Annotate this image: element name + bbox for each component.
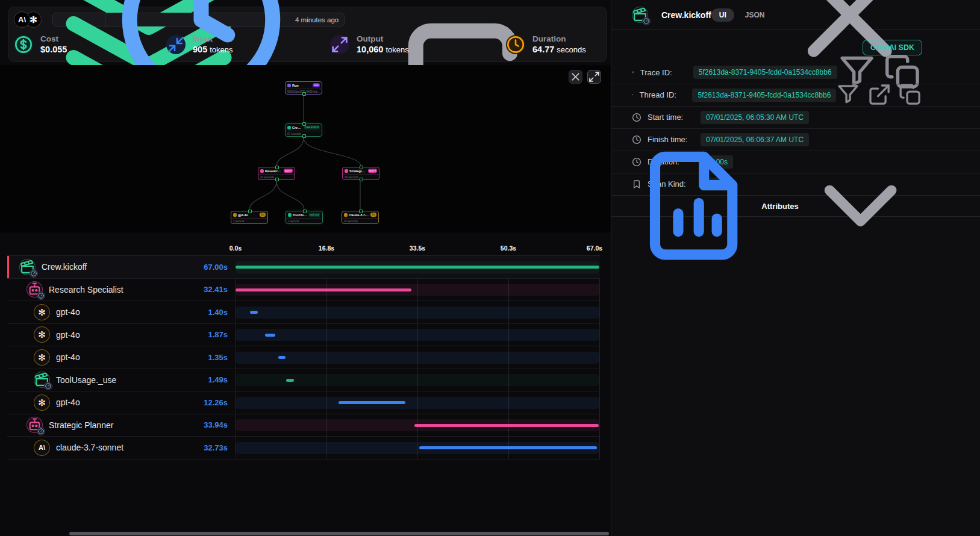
span-bar[interactable] (339, 401, 405, 404)
expand-graph-button[interactable] (587, 70, 601, 84)
openai-icon: ✻ (34, 394, 50, 411)
span-bar[interactable] (236, 288, 411, 291)
node-label: Strategic Planner (349, 169, 367, 173)
trace-graph: Run task 5f2613da-8371-9405-fcdd-0a1534c… (0, 65, 611, 232)
filter-icon[interactable] (836, 83, 860, 107)
crew-icon (19, 259, 36, 275)
anthropic-logo: A\ (14, 11, 30, 28)
node-icon (345, 169, 348, 173)
stat-value: 10,060 (357, 45, 383, 54)
graph-node-research-specialist[interactable]: Research Speciali... agent 32 seconds (258, 167, 295, 180)
time-ago-badge: 4 minutes ago (105, 13, 345, 26)
axis-tick: 0.0s (229, 245, 242, 252)
node-badge: llm (260, 213, 266, 217)
waterfall-row[interactable]: ToolUsage._use1.49s (7, 369, 600, 392)
span-bar[interactable] (278, 356, 286, 359)
tab-json[interactable]: JSON (745, 11, 765, 19)
attributes-section[interactable]: Attributes (611, 195, 980, 217)
span-bar[interactable] (250, 311, 258, 314)
horizontal-scrollbar[interactable] (69, 532, 609, 535)
waterfall-row[interactable]: ✻gpt-4o12.26s (7, 391, 600, 414)
agentops-gauge-icon (37, 291, 45, 300)
arrows-in-icon (166, 35, 186, 54)
graph-node-gpt-4o[interactable]: gpt-4o llm 1 second (231, 211, 268, 224)
stat-label: Input (193, 34, 233, 44)
detail-value-chip[interactable]: 5f2613da-8371-9405-fcdd-0a1534cc8bb6 (693, 66, 837, 79)
node-label: Research Speciali... (265, 169, 282, 173)
span-track (236, 374, 599, 386)
stat-value: 64.77 (532, 45, 554, 54)
trace-header-card: A\ ✻ 5 traces 4 minutes ago 5f26...8bb6 … (8, 7, 607, 62)
stat-input: Input 905 tokens (166, 34, 233, 60)
span-detail-panel: Crew.kickoff UI JSON CrewAI SDK Trace ID… (611, 0, 980, 536)
stat-unit: seconds (557, 45, 585, 54)
span-track (236, 307, 599, 319)
external-link-icon[interactable] (867, 83, 891, 107)
span-track (236, 352, 599, 364)
span-bar[interactable] (286, 379, 294, 382)
span-duration: 1.87s (208, 324, 228, 346)
node-label: Crew.kickoff (292, 126, 302, 129)
close-graph-button[interactable] (569, 70, 582, 84)
agentops-gauge-icon (30, 269, 38, 278)
detail-value-chip[interactable]: 07/01/2025, 06:05:30 AM UTC (701, 111, 809, 124)
node-icon (287, 126, 291, 129)
agentops-gauge-icon (37, 427, 45, 435)
node-icon (287, 84, 291, 87)
clock-icon (632, 135, 641, 145)
node-badge: crew.kickoff (304, 125, 320, 129)
detail-value-chip[interactable]: 5f2613da-8371-9405-fcdd-0a1534cc8bb6 (692, 89, 836, 102)
file-chart-icon (632, 144, 755, 267)
axis-tick: 50.3s (501, 245, 516, 252)
tab-ui[interactable]: UI (711, 8, 734, 22)
stat-label: Output (357, 34, 409, 44)
openai-icon: ✻ (34, 326, 50, 343)
span-bar[interactable] (419, 446, 597, 449)
span-bar[interactable] (414, 424, 599, 427)
graph-node-toolusage[interactable]: ToolUsage._use tool.use 1 second (286, 211, 323, 224)
span-name: gpt-4o (56, 330, 80, 340)
span-track (236, 329, 599, 341)
graph-node-claude[interactable]: claude-3.7-sonnet llm 32 seconds (342, 211, 379, 224)
trace-panel: A\ ✻ 5 traces 4 minutes ago 5f26...8bb6 … (0, 0, 611, 536)
span-bar[interactable] (236, 266, 599, 269)
time-ago-label: 4 minutes ago (295, 16, 339, 23)
waterfall-row[interactable]: Research Specialist32.41s (7, 279, 600, 302)
span-name: gpt-4o (56, 352, 80, 362)
graph-node-run[interactable]: Run task 5f2613da-8371-9405-fcdd-0a1534c… (285, 81, 322, 95)
detail-row: Trace ID:5f2613da-8371-9405-fcdd-0a1534c… (611, 61, 980, 83)
waterfall-row[interactable]: ✻gpt-4o1.35s (7, 346, 600, 369)
node-label: claude-3.7-sonnet (349, 213, 369, 217)
span-track (236, 284, 599, 296)
detail-label: Start time: (648, 113, 701, 122)
waterfall-row[interactable]: Strategic Planner33.94s (7, 414, 600, 437)
node-footer: 1 second (286, 218, 322, 223)
graph-node-strategic-planner[interactable]: Strategic Planner agent 33 seconds (342, 167, 379, 180)
copy-icon[interactable] (898, 83, 922, 107)
span-bar[interactable] (265, 334, 275, 337)
graph-node-crew-kickoff[interactable]: Crew.kickoff crew.kickoff 67 seconds (285, 123, 322, 137)
detail-header: Crew.kickoff UI JSON (611, 0, 980, 30)
stat-unit: tokens (210, 45, 233, 54)
node-icon (233, 213, 237, 217)
crew-icon (632, 7, 648, 23)
node-label: gpt-4o (238, 213, 258, 217)
node-icon (260, 169, 264, 173)
chevron-down-icon[interactable] (799, 144, 922, 267)
node-footer: 32 seconds (258, 174, 295, 179)
waterfall-row[interactable]: Crew.kickoff67.00s (7, 256, 600, 279)
detail-label: Thread ID: (639, 90, 692, 99)
attributes-label: Attributes (761, 202, 798, 211)
openai-icon: ✻ (34, 304, 50, 320)
span-name: claude-3.7-sonnet (56, 443, 123, 452)
waterfall-row[interactable]: A\claude-3.7-sonnet32.73s (7, 437, 600, 460)
node-label: Run (292, 84, 311, 87)
span-name: gpt-4o (56, 397, 80, 407)
waterfall-row[interactable]: ✻gpt-4o1.87s (7, 324, 600, 347)
agent-icon (27, 281, 43, 298)
span-duration: 1.40s (208, 301, 228, 323)
node-icon (344, 213, 348, 217)
waterfall-row[interactable]: ✻gpt-4o1.40s (7, 301, 600, 324)
node-footer: 67 seconds (286, 131, 322, 136)
stat-value: 905 (193, 45, 207, 54)
